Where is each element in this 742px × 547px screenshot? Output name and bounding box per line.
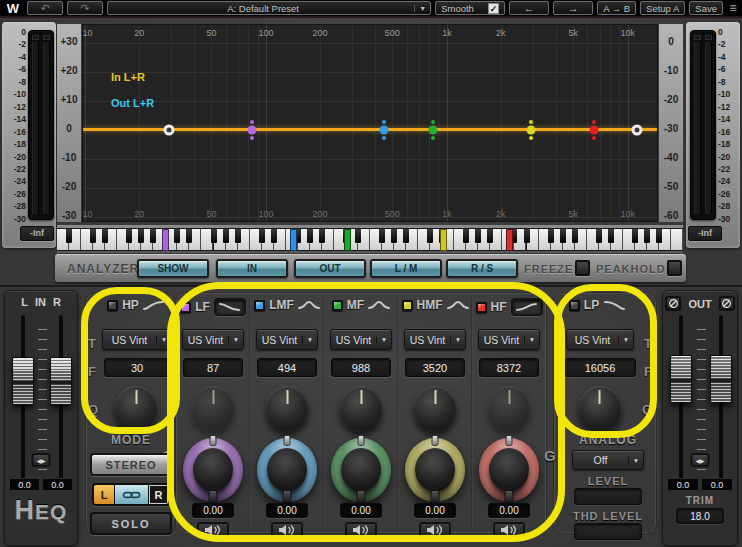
smooth-toggle[interactable]: Smooth ✓ [435,1,505,15]
save-button[interactable]: Save [689,1,723,15]
band-enable-led[interactable] [180,302,191,313]
clip-led[interactable] [694,35,701,40]
band-gain-knob[interactable] [257,438,317,502]
band-audition-button[interactable] [345,522,377,538]
band-handle-dot[interactable] [380,126,389,135]
trim-value-field[interactable]: 18.0 [676,508,724,524]
band-enable-led[interactable] [254,300,265,311]
analyzer-out-button[interactable]: OUT [294,259,366,278]
input-right-fader[interactable] [50,357,72,405]
piano-band-marker-key[interactable] [506,229,513,251]
band-enable-led[interactable] [476,302,487,313]
piano-black-key[interactable] [186,229,192,243]
band-gain-knob[interactable] [183,438,243,502]
output-peak-readout[interactable]: -Inf [688,226,722,241]
piano-band-marker-key[interactable] [162,229,169,251]
band-q-knob[interactable] [578,386,621,432]
band-freq-field[interactable]: 8372 [479,358,539,377]
band-gain-knob[interactable] [405,438,465,502]
shelf-mode-button[interactable] [214,298,246,316]
band-q-knob[interactable] [266,386,309,432]
freeze-checkbox[interactable] [575,260,590,276]
analyzer-lm-button[interactable]: L / M [370,259,442,278]
band-q-knob[interactable] [414,386,457,432]
band-gain-value[interactable]: 0.00 [414,503,456,518]
piano-black-key[interactable] [319,229,325,243]
band-enable-led[interactable] [332,300,343,311]
analyzer-rs-button[interactable]: R / S [446,259,518,278]
piano-black-key[interactable] [548,229,554,243]
band-audition-button[interactable] [271,522,303,538]
band-q-knob[interactable] [488,386,531,432]
band-audition-button[interactable] [197,522,229,538]
piano-black-key[interactable] [307,229,313,243]
next-preset-button[interactable]: → [553,1,593,15]
piano-band-marker-key[interactable] [344,229,351,251]
right-channel-button[interactable]: R [149,485,168,504]
thd-level-field[interactable] [574,523,642,540]
band-enable-led[interactable] [107,300,118,311]
output-left-mute-button[interactable] [665,296,681,311]
band-handle-dot[interactable] [248,126,257,135]
band-freq-field[interactable]: 30 [104,358,170,377]
band-gain-knob[interactable] [331,438,391,502]
piano-black-key[interactable] [271,229,277,243]
input-peak-readout[interactable]: -Inf [20,226,54,241]
piano-black-key[interactable] [379,229,385,243]
level-field[interactable] [574,488,642,505]
piano-black-key[interactable] [463,229,469,243]
band-enable-led[interactable] [402,300,413,311]
piano-white-key[interactable] [671,229,683,250]
output-left-fader[interactable] [670,355,692,403]
piano-black-key[interactable] [211,229,217,243]
preset-selector[interactable]: A: Default Preset ▼ [107,1,431,15]
band-gain-value[interactable]: 0.00 [266,503,308,518]
piano-black-key[interactable] [66,229,72,243]
clip-led[interactable] [705,35,712,40]
band-q-knob[interactable] [192,386,235,432]
band-type-dropdown[interactable]: US Vint ▼ [256,329,318,350]
piano-black-key[interactable] [572,229,578,243]
clip-led[interactable] [32,35,39,40]
piano-black-key[interactable] [391,229,397,243]
setup-a-button[interactable]: Setup A [640,1,685,15]
band-type-dropdown[interactable]: US Vint ▼ [404,329,466,350]
piano-black-key[interactable] [403,229,409,243]
band-handle-dot[interactable] [164,125,175,136]
band-gain-knob[interactable] [479,438,539,502]
input-left-fader[interactable] [12,357,34,405]
analyzer-in-button[interactable]: IN [216,259,288,278]
band-freq-field[interactable]: 87 [183,358,243,377]
solo-button[interactable]: SOLO [90,512,172,535]
piano-black-key[interactable] [126,229,132,243]
band-type-dropdown[interactable]: US Vint ▼ [330,329,392,350]
smooth-checkbox[interactable]: ✓ [488,3,499,14]
piano-black-key[interactable] [90,229,96,243]
band-handle-dot[interactable] [526,126,535,135]
band-freq-field[interactable]: 494 [257,358,317,377]
plot-area[interactable]: 1020501002005001k2k5k10k 102050100200500… [82,24,658,222]
clip-led[interactable] [43,35,50,40]
band-type-dropdown[interactable]: US Vint ▼ [102,329,172,350]
band-gain-value[interactable]: 0.00 [488,503,530,518]
keyboard[interactable] [57,225,683,253]
redo-button[interactable]: ↷ [67,1,103,15]
piano-black-key[interactable] [355,229,361,243]
analog-dropdown[interactable]: Off ▼ [572,450,644,470]
menu-icon[interactable]: ≡ [727,1,739,15]
band-gain-value[interactable]: 0.00 [340,503,382,518]
piano-band-marker-key[interactable] [440,229,447,251]
piano-black-key[interactable] [632,229,638,243]
band-freq-field[interactable]: 3520 [405,358,465,377]
piano-black-key[interactable] [102,229,108,243]
band-type-dropdown[interactable]: US Vint ▼ [478,329,540,350]
undo-button[interactable]: ↶ [27,1,63,15]
band-handle-dot[interactable] [631,125,642,136]
copy-a-to-b-button[interactable]: A → B [597,1,636,15]
band-handle-dot[interactable] [589,126,598,135]
piano-black-key[interactable] [596,229,602,243]
output-left-value[interactable]: 0.0 [667,478,699,491]
input-left-value[interactable]: 0.0 [9,478,40,491]
piano-black-key[interactable] [235,229,241,243]
analyzer-show-button[interactable]: SHOW [137,259,209,278]
